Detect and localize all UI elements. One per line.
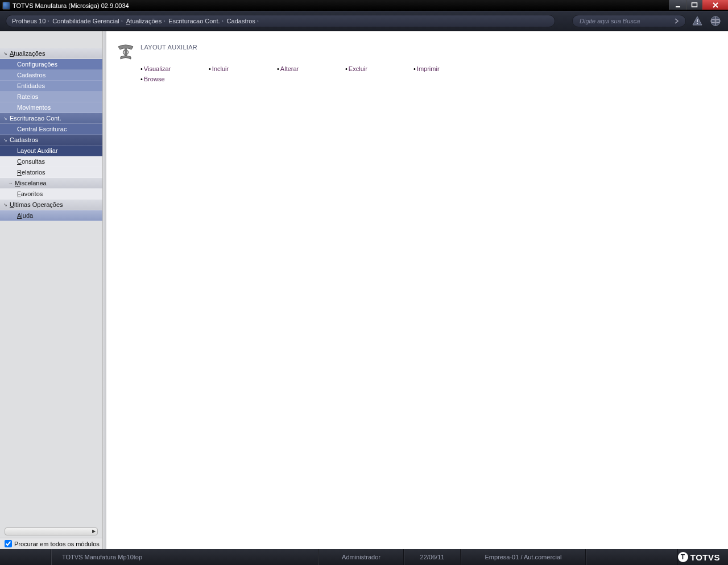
breadcrumb-item-escrituracao[interactable]: Escrituracao Cont.› (168, 18, 223, 24)
chevron-right-icon: › (121, 18, 123, 24)
status-user: Administrador (318, 549, 404, 565)
chevron-right-icon: → (8, 181, 13, 186)
action-alterar[interactable]: •Alterar (277, 65, 345, 72)
nav-item-central[interactable]: Central Escriturac (0, 124, 102, 135)
statusbar: TOTVS Manufatura Mp10top Administrador 2… (0, 549, 728, 565)
chevron-down-icon: ↘ (3, 202, 7, 207)
chevron-down-icon: ↘ (3, 51, 7, 56)
nav-item-rateios[interactable]: Rateios (0, 92, 102, 102)
module-icon (115, 43, 136, 63)
totvs-logo-text: TOTVS (690, 552, 720, 562)
action-imprimir[interactable]: •Imprimir (413, 65, 482, 72)
breadcrumb: Protheus 10› Contabilidade Gerencial› At… (6, 15, 555, 27)
window-maximize-button[interactable] (686, 0, 702, 10)
app-icon (2, 2, 10, 10)
window-minimize-button[interactable] (669, 0, 686, 10)
globe-icon[interactable] (709, 14, 722, 28)
search-input[interactable] (580, 18, 672, 24)
totvs-logo: T TOTVS (678, 552, 728, 562)
action-visualizar[interactable]: •Visualizar (140, 65, 209, 72)
nav-item-consultas[interactable]: Consultas (0, 156, 102, 167)
nav-item-configuracoes[interactable]: Configurações (0, 59, 102, 70)
status-date: 22/06/11 (404, 549, 461, 565)
chevron-right-icon: › (257, 18, 259, 24)
breadcrumb-item-cadastros[interactable]: Cadastros› (227, 18, 259, 24)
nav-tree: ↘Atualizações Configurações Cadastros En… (0, 48, 102, 221)
svg-rect-1 (692, 3, 697, 7)
content-panel: LAYOUT AUXILIAR •Visualizar •Incluir •Al… (106, 31, 728, 549)
window-close-button[interactable] (702, 0, 728, 10)
breadcrumb-item-atualizacoes[interactable]: Atualizações› (126, 18, 165, 24)
chevron-right-icon: › (163, 18, 165, 24)
nav-item-relatorios[interactable]: Relatorios (0, 167, 102, 178)
search-all-modules-checkbox[interactable] (5, 540, 12, 547)
chevron-down-icon: ↘ (3, 116, 7, 121)
chevron-down-icon: ↘ (3, 138, 7, 143)
nav-item-ajuda[interactable]: Ajuda (0, 210, 102, 221)
search-all-modules-row: Procurar em todos os módulos (0, 538, 102, 549)
svg-rect-3 (697, 23, 698, 24)
action-list: •Visualizar •Incluir •Alterar •Excluir •… (140, 65, 719, 82)
action-excluir[interactable]: •Excluir (345, 65, 413, 72)
nav-group-cadastros[interactable]: ↘Cadastros (0, 135, 102, 146)
search-go-icon[interactable] (672, 16, 682, 26)
nav-item-favoritos[interactable]: Favoritos (0, 189, 102, 200)
main-area: ↘Atualizações Configurações Cadastros En… (0, 31, 728, 549)
toolbar: Protheus 10› Contabilidade Gerencial› At… (0, 11, 728, 31)
action-browse[interactable]: •Browse (140, 76, 209, 82)
nav-item-cadastros-sub[interactable]: Cadastros (0, 70, 102, 81)
nav-group-escrituracao[interactable]: ↘Escrituracao Cont. (0, 113, 102, 124)
search-box[interactable] (572, 15, 686, 27)
status-company: Empresa-01 / Aut.comercial (461, 549, 586, 565)
nav-item-entidades[interactable]: Entidades (0, 81, 102, 92)
chevron-right-icon: › (47, 18, 49, 24)
chevron-right-icon: › (222, 18, 224, 24)
window-titlebar: TOTVS Manufatura (Microsiga) 02.9.0034 (0, 0, 728, 11)
nav-group-miscelanea[interactable]: →Miscelanea (0, 178, 102, 189)
svg-rect-2 (697, 19, 698, 22)
status-fill (586, 549, 678, 565)
action-incluir[interactable]: •Incluir (209, 65, 277, 72)
sidebar: ↘Atualizações Configurações Cadastros En… (0, 31, 103, 549)
search-all-modules-label: Procurar em todos os módulos (14, 541, 100, 547)
status-start (0, 549, 51, 565)
nav-group-atualizacoes[interactable]: ↘Atualizações (0, 48, 102, 59)
alert-icon[interactable] (690, 14, 704, 28)
nav-group-ultimas[interactable]: ↘Ultimas Operações (0, 200, 102, 210)
nav-item-movimentos[interactable]: Movimentos (0, 102, 102, 113)
breadcrumb-item-contabilidade[interactable]: Contabilidade Gerencial› (52, 18, 122, 24)
sidebar-hscroll[interactable] (5, 527, 98, 535)
breadcrumb-item-protheus[interactable]: Protheus 10› (12, 18, 49, 24)
status-app: TOTVS Manufatura Mp10top (51, 549, 318, 565)
svg-rect-0 (676, 6, 680, 7)
nav-item-layout-auxiliar[interactable]: Layout Auxiliar (0, 146, 102, 156)
window-title: TOTVS Manufatura (Microsiga) 02.9.0034 (13, 2, 129, 9)
totvs-logo-icon: T (678, 552, 688, 562)
content-title: LAYOUT AUXILIAR (140, 44, 197, 51)
